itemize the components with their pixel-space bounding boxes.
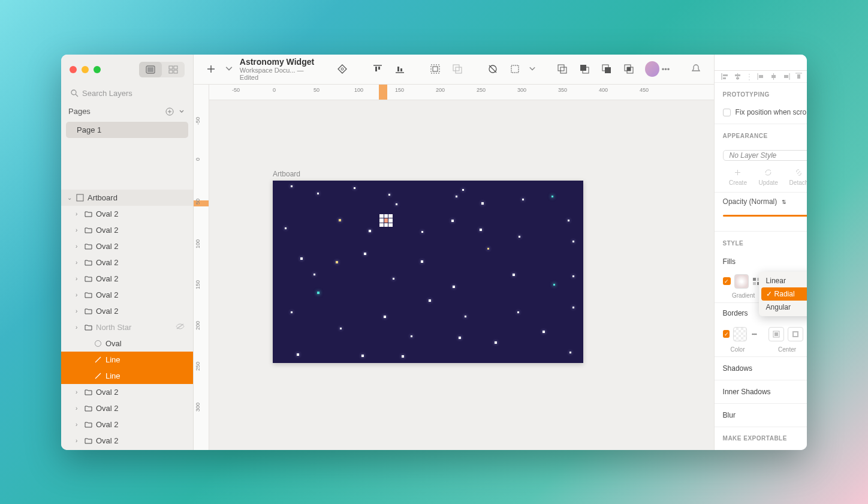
- star-shape[interactable]: [384, 316, 386, 318]
- star-shape[interactable]: [421, 231, 423, 233]
- layer-row[interactable]: ›Oval 2: [61, 384, 193, 400]
- layer-row[interactable]: Line: [61, 352, 193, 368]
- star-shape[interactable]: [487, 248, 489, 250]
- star-shape[interactable]: [396, 203, 397, 205]
- resize-dropdown-icon[interactable]: [528, 59, 537, 79]
- layer-row[interactable]: Line: [61, 368, 193, 384]
- layer-row[interactable]: ›Oval 2: [61, 206, 193, 222]
- insert-dropdown-icon[interactable]: [224, 59, 234, 79]
- minimize-window-button[interactable]: [82, 66, 89, 73]
- star-shape[interactable]: [451, 220, 454, 222]
- opacity-label[interactable]: Opacity (Normal): [723, 197, 777, 206]
- subtract-button[interactable]: [575, 59, 594, 79]
- star-shape[interactable]: [297, 353, 299, 356]
- star-shape[interactable]: [481, 202, 484, 205]
- notifications-button[interactable]: [687, 59, 706, 79]
- star-shape[interactable]: [480, 229, 482, 231]
- align-h-center-icon[interactable]: [769, 72, 778, 81]
- fill-color-swatch[interactable]: [734, 274, 749, 289]
- layer-row[interactable]: ›Oval 2: [61, 303, 193, 319]
- union-button[interactable]: [553, 59, 572, 79]
- border-type-icon[interactable]: [751, 330, 758, 338]
- align-top-button[interactable]: [369, 59, 387, 79]
- create-symbol-button[interactable]: [333, 59, 352, 79]
- star-shape[interactable]: [393, 278, 394, 280]
- star-shape[interactable]: [569, 352, 571, 353]
- star-shape[interactable]: [459, 337, 461, 339]
- star-shape[interactable]: [317, 193, 319, 194]
- border-position-center[interactable]: [788, 327, 803, 341]
- layer-row[interactable]: ›North Star: [61, 319, 193, 335]
- star-shape[interactable]: [462, 189, 464, 191]
- star-shape[interactable]: [336, 261, 338, 263]
- align-bottom-button[interactable]: [391, 59, 409, 79]
- document-title-area[interactable]: Astronomy Widget Workspace Docu... — Edi…: [240, 57, 317, 81]
- fill-enabled-checkbox[interactable]: ✓: [723, 277, 731, 285]
- artboard-label[interactable]: Artboard: [273, 170, 300, 178]
- star-shape[interactable]: [495, 341, 497, 344]
- detach-style-button[interactable]: Detach: [783, 168, 807, 186]
- fix-position-row[interactable]: Fix position when scrolling: [715, 104, 807, 120]
- layer-row[interactable]: ›Oval 2: [61, 416, 193, 433]
- canvas[interactable]: Artboard: [209, 100, 714, 450]
- gradient-option-angular[interactable]: Angular: [761, 301, 807, 314]
- layer-row[interactable]: ›Oval 2: [61, 400, 193, 416]
- star-shape[interactable]: [513, 274, 515, 276]
- star-shape[interactable]: [300, 257, 303, 260]
- ungroup-button[interactable]: [448, 59, 467, 79]
- star-shape[interactable]: [568, 220, 569, 221]
- star-shape[interactable]: [551, 196, 553, 197]
- border-color-swatch[interactable]: [733, 327, 746, 341]
- update-style-button[interactable]: Update: [753, 168, 783, 186]
- star-shape[interactable]: [354, 187, 355, 189]
- layer-row[interactable]: ›Oval 2: [61, 254, 193, 271]
- gradient-option-radial[interactable]: ✓Radial: [761, 287, 807, 301]
- layer-row[interactable]: ›Oval 2: [61, 287, 193, 303]
- star-shape[interactable]: [429, 299, 431, 302]
- star-shape[interactable]: [364, 253, 366, 255]
- vertical-ruler[interactable]: -50050100150200250300: [194, 85, 209, 450]
- star-shape[interactable]: [572, 241, 574, 242]
- star-shape[interactable]: [388, 194, 390, 196]
- star-shape[interactable]: [517, 311, 519, 313]
- user-avatar[interactable]: [645, 61, 659, 77]
- star-shape[interactable]: [553, 284, 555, 286]
- star-shape[interactable]: [572, 307, 574, 308]
- fix-position-checkbox[interactable]: [723, 109, 731, 116]
- layer-row[interactable]: ›Oval 2: [61, 222, 193, 238]
- single-view-button[interactable]: [139, 62, 162, 77]
- inner-shadows-section[interactable]: Inner Shadows+: [715, 380, 807, 403]
- star-shape[interactable]: [317, 292, 320, 294]
- star-shape[interactable]: [402, 355, 404, 358]
- gradient-option-linear[interactable]: Linear: [761, 274, 807, 287]
- layer-style-dropdown[interactable]: No Layer Style⌄: [723, 150, 807, 160]
- grid-view-button[interactable]: [162, 62, 185, 77]
- close-window-button[interactable]: [70, 66, 77, 73]
- maximize-window-button[interactable]: [94, 66, 101, 73]
- star-shape[interactable]: [340, 328, 342, 329]
- star-shape[interactable]: [456, 196, 457, 197]
- opacity-slider[interactable]: [723, 215, 807, 217]
- star-shape[interactable]: [572, 275, 574, 277]
- pages-chevron-icon[interactable]: [177, 107, 186, 116]
- star-shape[interactable]: [369, 230, 371, 232]
- layer-row[interactable]: ›Oval 2: [61, 271, 193, 287]
- star-shape[interactable]: [291, 311, 293, 313]
- align-v-top-icon[interactable]: [794, 72, 803, 81]
- rotate-button[interactable]: [484, 59, 502, 79]
- border-position-inside[interactable]: [768, 327, 784, 341]
- artboard[interactable]: [273, 181, 583, 363]
- group-button[interactable]: [426, 59, 445, 79]
- horizontal-ruler[interactable]: -50050100150200250300350400450: [209, 85, 714, 100]
- star-shape[interactable]: [522, 199, 524, 200]
- add-page-icon[interactable]: [165, 107, 174, 116]
- shadows-section[interactable]: Shadows+: [715, 356, 807, 380]
- layer-artboard-root[interactable]: ⌄ Artboard: [61, 190, 193, 206]
- layer-row[interactable]: Oval: [61, 335, 193, 352]
- intersect-button[interactable]: [598, 59, 616, 79]
- resize-button[interactable]: [506, 59, 525, 79]
- north-star-selection-icon[interactable]: [379, 214, 393, 227]
- create-style-button[interactable]: Create: [723, 168, 754, 186]
- star-shape[interactable]: [421, 260, 423, 263]
- star-shape[interactable]: [453, 286, 455, 288]
